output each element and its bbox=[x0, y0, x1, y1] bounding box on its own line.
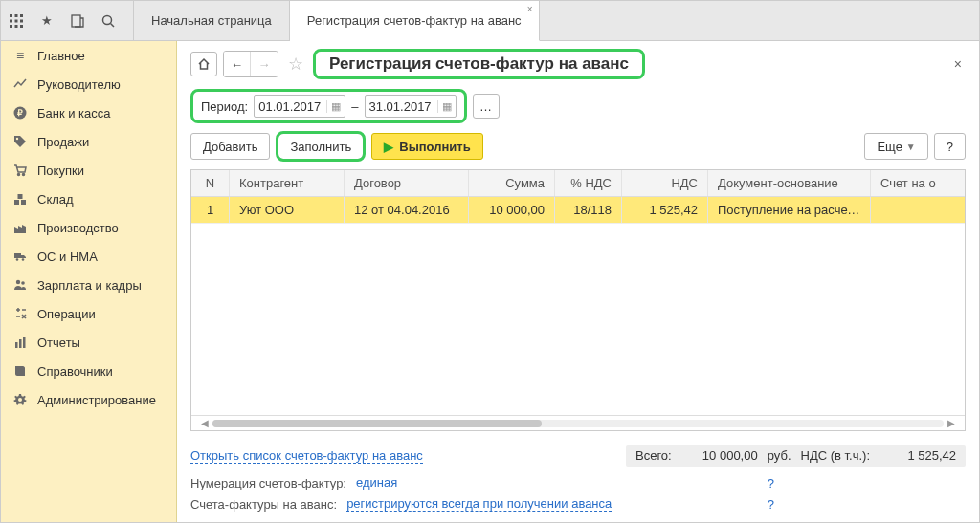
period-separator: – bbox=[351, 99, 358, 114]
fill-button[interactable]: Заполнить bbox=[278, 133, 364, 160]
close-button[interactable]: × bbox=[950, 53, 966, 76]
col-contract[interactable]: Договор bbox=[345, 170, 469, 196]
sidebar-item-label: Производство bbox=[37, 221, 119, 235]
content: ← → ☆ Регистрация счетов-фактур на аванс… bbox=[177, 41, 979, 522]
scroll-left-icon[interactable]: ◀ bbox=[197, 418, 212, 428]
advance-link[interactable]: регистрируются всегда при получении аван… bbox=[346, 496, 612, 512]
tab-start-page[interactable]: Начальная страница bbox=[133, 1, 290, 40]
tag-icon bbox=[12, 134, 28, 149]
svg-point-15 bbox=[18, 174, 20, 176]
sidebar-item-sales[interactable]: Продажи bbox=[1, 127, 176, 156]
open-list-link[interactable]: Открыть список счетов-фактур на аванс bbox=[190, 448, 423, 464]
help-button[interactable]: ? bbox=[934, 133, 966, 160]
table-row[interactable]: 1 Уют ООО 12 от 04.04.2016 10 000,00 18/… bbox=[191, 197, 965, 224]
sidebar-item-manager[interactable]: Руководителю bbox=[1, 70, 176, 98]
footer: Открыть список счетов-фактур на аванс Вс… bbox=[177, 431, 979, 522]
favorite-star-icon[interactable]: ☆ bbox=[284, 54, 307, 75]
svg-rect-27 bbox=[23, 337, 26, 348]
svg-point-10 bbox=[103, 15, 112, 24]
sidebar-item-operations[interactable]: Операции bbox=[1, 299, 176, 328]
more-button[interactable]: Еще▼ bbox=[864, 133, 927, 160]
data-table: N Контрагент Договор Сумма % НДС НДС Док… bbox=[190, 169, 966, 431]
button-label: Еще bbox=[877, 140, 902, 154]
col-counterparty[interactable]: Контрагент bbox=[230, 170, 345, 196]
numbering-label: Нумерация счетов-фактур: bbox=[190, 476, 346, 490]
horizontal-scrollbar[interactable]: ◀ ▶ bbox=[191, 415, 965, 430]
svg-rect-19 bbox=[18, 194, 23, 199]
chart-icon bbox=[12, 76, 28, 92]
col-basedoc[interactable]: Документ-основание bbox=[708, 170, 871, 196]
cell-n: 1 bbox=[191, 197, 230, 223]
sidebar-item-warehouse[interactable]: Склад bbox=[1, 185, 176, 213]
sidebar-item-catalogs[interactable]: Справочники bbox=[1, 357, 176, 385]
scroll-thumb[interactable] bbox=[212, 420, 542, 427]
menu-icon: ≡ bbox=[12, 48, 28, 63]
operations-icon bbox=[12, 306, 28, 321]
sidebar-item-payroll[interactable]: Зарплата и кадры bbox=[1, 271, 176, 299]
sidebar-item-label: Отчеты bbox=[37, 336, 80, 350]
sidebar-item-admin[interactable]: Администрирование bbox=[1, 385, 176, 414]
date-from-value: 01.01.2017 bbox=[258, 99, 321, 114]
sidebar-item-main[interactable]: ≡Главное bbox=[1, 41, 176, 70]
sidebar-item-bank[interactable]: ₽Банк и касса bbox=[1, 98, 176, 127]
home-button[interactable] bbox=[190, 52, 217, 76]
help-link[interactable]: ? bbox=[768, 476, 774, 490]
close-icon[interactable]: × bbox=[527, 4, 533, 14]
sidebar-item-reports[interactable]: Отчеты bbox=[1, 328, 176, 357]
search-icon[interactable] bbox=[100, 13, 116, 29]
page-title-text: Регистрация счетов-фактур на аванс bbox=[329, 54, 629, 73]
svg-rect-25 bbox=[15, 342, 18, 348]
sidebar-item-label: ОС и НМА bbox=[37, 250, 98, 264]
col-vat[interactable]: НДС bbox=[622, 170, 708, 196]
table-header: N Контрагент Договор Сумма % НДС НДС Док… bbox=[191, 170, 965, 197]
nav-arrows: ← → bbox=[223, 51, 278, 77]
run-button[interactable]: ▶Выполнить bbox=[371, 133, 482, 160]
sidebar-item-label: Зарплата и кадры bbox=[37, 278, 142, 293]
book-icon bbox=[12, 363, 28, 379]
header-bar: ← → ☆ Регистрация счетов-фактур на аванс… bbox=[177, 41, 979, 85]
sidebar-item-label: Главное bbox=[37, 49, 85, 63]
period-picker-button[interactable]: … bbox=[473, 94, 500, 119]
add-button[interactable]: Добавить bbox=[190, 133, 270, 160]
date-from-input[interactable]: 01.01.2017 ▦ bbox=[254, 95, 345, 118]
calendar-icon[interactable]: ▦ bbox=[326, 100, 341, 113]
calendar-icon[interactable]: ▦ bbox=[437, 100, 452, 113]
svg-rect-5 bbox=[20, 19, 23, 22]
sidebar-item-label: Справочники bbox=[37, 364, 113, 379]
sidebar-item-label: Банк и касса bbox=[37, 106, 111, 120]
sidebar: ≡Главное Руководителю ₽Банк и касса Прод… bbox=[1, 41, 177, 522]
totals-unit: руб. bbox=[768, 448, 791, 463]
scroll-track[interactable] bbox=[212, 420, 944, 427]
cell-account bbox=[871, 197, 957, 223]
scroll-right-icon[interactable]: ▶ bbox=[944, 418, 959, 428]
numbering-line: Нумерация счетов-фактур: единая ? bbox=[190, 472, 966, 493]
date-to-input[interactable]: 31.01.2017 ▦ bbox=[365, 95, 457, 118]
forward-button[interactable]: → bbox=[251, 52, 278, 76]
svg-rect-0 bbox=[10, 14, 12, 17]
svg-rect-2 bbox=[20, 14, 23, 17]
period-label: Период: bbox=[201, 99, 248, 114]
history-icon[interactable] bbox=[70, 13, 85, 29]
svg-rect-8 bbox=[20, 25, 23, 28]
apps-icon[interactable] bbox=[9, 13, 24, 29]
col-n[interactable]: N bbox=[191, 170, 230, 196]
sidebar-item-assets[interactable]: ОС и НМА bbox=[1, 242, 176, 271]
sidebar-item-purchases[interactable]: Покупки bbox=[1, 156, 176, 185]
sidebar-item-production[interactable]: Производство bbox=[1, 213, 176, 242]
svg-point-23 bbox=[16, 280, 20, 284]
col-account[interactable]: Счет на о bbox=[871, 170, 957, 196]
tab-registration[interactable]: Регистрация счетов-фактур на аванс × bbox=[290, 1, 540, 41]
svg-rect-26 bbox=[19, 339, 22, 348]
col-sum[interactable]: Сумма bbox=[469, 170, 555, 196]
tab-label: Регистрация счетов-фактур на аванс bbox=[307, 13, 522, 28]
button-label: Выполнить bbox=[399, 140, 470, 154]
svg-rect-6 bbox=[10, 25, 12, 28]
help-link[interactable]: ? bbox=[768, 497, 774, 512]
back-button[interactable]: ← bbox=[224, 52, 251, 76]
svg-text:₽: ₽ bbox=[17, 108, 23, 118]
col-vat-pct[interactable]: % НДС bbox=[555, 170, 622, 196]
numbering-link[interactable]: единая bbox=[356, 475, 397, 490]
star-icon[interactable]: ★ bbox=[39, 13, 55, 29]
svg-rect-9 bbox=[72, 15, 80, 27]
button-label: ? bbox=[947, 140, 953, 154]
